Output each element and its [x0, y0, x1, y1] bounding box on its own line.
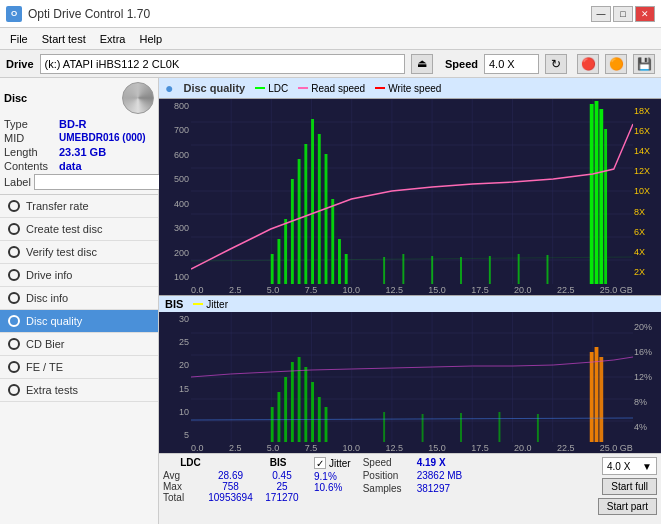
svg-rect-27 — [331, 199, 334, 284]
bottom-chart-svg — [191, 312, 633, 442]
svg-rect-33 — [460, 257, 462, 284]
svg-rect-0 — [191, 99, 633, 284]
disc-type-row: Type BD-R — [4, 118, 154, 130]
disc-label-label: Label — [4, 176, 31, 188]
jitter-checkbox[interactable]: ✓ — [314, 457, 326, 469]
svg-rect-37 — [590, 104, 594, 284]
svg-rect-57 — [271, 407, 274, 442]
nav-icon-disc-info — [8, 292, 20, 304]
maximize-button[interactable]: □ — [613, 6, 633, 22]
disc-length-row: Length 23.31 GB — [4, 146, 154, 158]
menu-extra[interactable]: Extra — [94, 31, 132, 47]
disc-contents-label: Contents — [4, 160, 59, 172]
toolbar-save-button[interactable]: 💾 — [633, 54, 655, 74]
svg-rect-63 — [311, 382, 314, 442]
svg-rect-67 — [422, 414, 424, 442]
window-controls: — □ ✕ — [591, 6, 655, 22]
disc-label-row: Label 🔍 — [4, 174, 154, 190]
nav-item-disc-quality[interactable]: Disc quality — [0, 310, 158, 333]
nav-item-fe-te[interactable]: FE / TE — [0, 356, 158, 379]
nav-item-disc-info[interactable]: Disc info — [0, 287, 158, 310]
nav-item-verify-test-disc[interactable]: Verify test disc — [0, 241, 158, 264]
speed-select[interactable]: 4.0 X — [484, 54, 539, 74]
bottom-y-axis-right: 20% 16% 12% 8% 4% — [633, 312, 661, 442]
stats-speed-select[interactable]: 4.0 X ▼ — [602, 457, 657, 475]
drive-select[interactable]: (k:) ATAPI iHBS112 2 CL0K — [40, 54, 405, 74]
disc-contents-value: data — [59, 160, 82, 172]
disc-length-label: Length — [4, 146, 59, 158]
avg-jitter-row: 9.1% — [314, 471, 351, 482]
svg-rect-39 — [599, 109, 603, 284]
svg-rect-69 — [498, 412, 500, 442]
total-label: Total — [163, 492, 199, 503]
chart-title: Disc quality — [183, 82, 245, 94]
disc-length-value: 23.31 GB — [59, 146, 106, 158]
legend-read-speed: Read speed — [298, 83, 365, 94]
window-title: Opti Drive Control 1.70 — [28, 7, 150, 21]
jitter-stats: ✓ Jitter 9.1% 10.6% — [314, 457, 351, 493]
svg-rect-38 — [595, 101, 599, 284]
speed-refresh-button[interactable]: ↻ — [545, 54, 567, 74]
legend-write-speed-label: Write speed — [388, 83, 441, 94]
nav-label-create-test-disc: Create test disc — [26, 223, 102, 235]
speed-start-section: 4.0 X ▼ Start full Start part — [598, 457, 657, 515]
disc-label-input[interactable] — [34, 174, 167, 190]
nav-item-cd-bier[interactable]: CD Bier — [0, 333, 158, 356]
bis-col-header: BIS — [258, 457, 298, 468]
bottom-chart-header: BIS Jitter — [159, 295, 661, 312]
nav-item-create-test-disc[interactable]: Create test disc — [0, 218, 158, 241]
nav-item-extra-tests[interactable]: Extra tests — [0, 379, 158, 402]
nav-items: Transfer rate Create test disc Verify te… — [0, 195, 158, 402]
svg-rect-36 — [547, 255, 549, 284]
menu-help[interactable]: Help — [133, 31, 168, 47]
bottom-y-axis-left: 30 25 20 15 10 5 — [159, 312, 191, 442]
menu-bar: File Start test Extra Help — [0, 28, 661, 50]
menu-start-test[interactable]: Start test — [36, 31, 92, 47]
nav-item-drive-info[interactable]: Drive info — [0, 264, 158, 287]
svg-rect-61 — [298, 357, 301, 442]
legend-write-speed-color — [375, 87, 385, 89]
disc-type-value: BD-R — [59, 118, 87, 130]
svg-rect-26 — [325, 154, 328, 284]
position-row: Position 23862 MB — [363, 470, 463, 481]
start-part-button[interactable]: Start part — [598, 498, 657, 515]
max-label: Max — [163, 481, 199, 492]
top-chart-wrap: 800 700 600 500 400 300 200 100 — [159, 99, 661, 284]
avg-ldc: 28.69 — [203, 470, 258, 481]
svg-rect-30 — [383, 257, 385, 284]
toolbar-btn-1[interactable]: 🔴 — [577, 54, 599, 74]
close-button[interactable]: ✕ — [635, 6, 655, 22]
legend-read-speed-label: Read speed — [311, 83, 365, 94]
nav-label-drive-info: Drive info — [26, 269, 72, 281]
max-row: Max 758 25 — [163, 481, 302, 492]
menu-file[interactable]: File — [4, 31, 34, 47]
nav-icon-disc-quality — [8, 315, 20, 327]
position-label: Position — [363, 470, 413, 481]
svg-rect-59 — [284, 377, 287, 442]
bottom-chart-canvas-area — [191, 312, 633, 442]
nav-item-transfer-rate[interactable]: Transfer rate — [0, 195, 158, 218]
disc-image — [122, 82, 154, 114]
svg-rect-35 — [518, 254, 520, 284]
start-full-button[interactable]: Start full — [602, 478, 657, 495]
top-chart-canvas-area — [191, 99, 633, 284]
svg-rect-32 — [431, 256, 433, 284]
total-ldc: 10953694 — [203, 492, 258, 503]
bottom-x-labels: 0.0 2.5 5.0 7.5 10.0 12.5 15.0 17.5 20.0… — [159, 442, 661, 453]
avg-label: Avg — [163, 470, 199, 481]
max-jitter: 10.6% — [314, 482, 342, 493]
bottom-chart-title: BIS — [165, 298, 183, 310]
svg-rect-34 — [489, 256, 491, 284]
toolbar-btn-2[interactable]: 🟠 — [605, 54, 627, 74]
drive-eject-button[interactable]: ⏏ — [411, 54, 433, 74]
nav-icon-fe-te — [8, 361, 20, 373]
svg-rect-23 — [304, 144, 307, 284]
svg-rect-29 — [345, 254, 348, 284]
nav-label-extra-tests: Extra tests — [26, 384, 78, 396]
legend-read-speed-color — [298, 87, 308, 89]
svg-rect-21 — [291, 179, 294, 284]
ldc-bis-stats: LDC BIS Avg 28.69 0.45 Max 758 25 — [163, 457, 302, 503]
bottom-chart-wrap: 30 25 20 15 10 5 — [159, 312, 661, 442]
minimize-button[interactable]: — — [591, 6, 611, 22]
title-bar: O Opti Drive Control 1.70 — □ ✕ — [0, 0, 661, 28]
